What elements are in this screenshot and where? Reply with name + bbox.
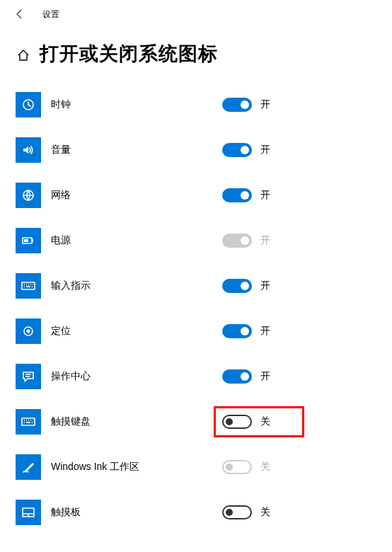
toggle-action-center[interactable] (222, 369, 252, 384)
toggle-state-label-windows-ink: 关 (260, 461, 270, 473)
toggle-touchpad[interactable] (222, 505, 252, 519)
toggle-state-label-clock: 开 (260, 98, 270, 111)
row-label-input: 输入指示 (51, 280, 392, 292)
row-label-volume: 音量 (51, 144, 392, 156)
row-label-power: 电源 (51, 234, 392, 247)
volume-icon (16, 137, 41, 163)
back-button[interactable] (13, 8, 27, 20)
toggle-wrap-action-center: 开 (222, 369, 270, 384)
settings-row-windows-ink: Windows Ink 工作区关 (0, 444, 392, 490)
app-name: 设置 (42, 8, 59, 21)
row-label-windows-ink: Windows Ink 工作区 (51, 461, 392, 473)
svg-point-7 (27, 330, 30, 333)
toggle-touch-keyboard[interactable] (222, 415, 252, 429)
settings-row-touchpad: 触摸板关 (0, 490, 392, 535)
page-title: 打开或关闭系统图标 (40, 41, 218, 67)
toggle-wrap-windows-ink: 关 (222, 460, 270, 474)
svg-rect-4 (24, 239, 28, 242)
row-label-touch-keyboard: 触摸键盘 (51, 415, 392, 428)
toggle-volume[interactable] (222, 143, 252, 157)
svg-rect-5 (22, 282, 35, 289)
home-button[interactable] (17, 49, 30, 62)
svg-rect-3 (32, 239, 33, 242)
toggle-wrap-touch-keyboard: 关 (222, 415, 270, 429)
window-header: 设置 (0, 0, 392, 28)
svg-rect-8 (22, 418, 35, 425)
settings-row-input: 输入指示开 (0, 263, 392, 309)
windows-ink-icon (16, 454, 41, 480)
toggle-state-label-location: 开 (260, 325, 270, 338)
toggle-clock[interactable] (222, 98, 252, 112)
toggle-wrap-location: 开 (222, 324, 270, 338)
toggle-wrap-input: 开 (222, 279, 270, 293)
toggle-windows-ink (222, 460, 252, 474)
settings-row-network: 网络开 (0, 173, 392, 218)
power-icon (16, 228, 41, 253)
toggle-power (222, 234, 252, 248)
clock-icon (16, 92, 41, 117)
arrow-left-icon (14, 8, 25, 20)
toggle-state-label-touchpad: 关 (260, 506, 270, 519)
toggle-state-label-network: 开 (260, 189, 270, 202)
touch-keyboard-icon (16, 409, 41, 435)
touchpad-icon (16, 500, 41, 525)
toggle-location[interactable] (222, 324, 252, 338)
settings-row-volume: 音量开 (0, 127, 392, 173)
action-center-icon (16, 364, 41, 389)
row-label-location: 定位 (51, 325, 392, 338)
toggle-wrap-network: 开 (222, 188, 270, 202)
toggle-state-label-volume: 开 (260, 144, 270, 156)
toggle-network[interactable] (222, 188, 252, 202)
settings-list: 时钟开音量开网络开电源开输入指示开定位开操作中心开触摸键盘关Windows In… (0, 82, 392, 535)
row-label-touchpad: 触摸板 (51, 506, 392, 519)
settings-row-power: 电源开 (0, 218, 392, 263)
home-icon (17, 49, 30, 62)
network-icon (16, 183, 41, 208)
row-label-action-center: 操作中心 (51, 370, 392, 383)
toggle-wrap-touchpad: 关 (222, 505, 270, 519)
settings-row-clock: 时钟开 (0, 82, 392, 127)
location-icon (16, 318, 41, 344)
title-row: 打开或关闭系统图标 (0, 41, 392, 67)
toggle-state-label-action-center: 开 (260, 370, 270, 383)
toggle-wrap-power: 开 (222, 234, 270, 248)
toggle-state-label-touch-keyboard: 关 (260, 415, 270, 428)
toggle-state-label-power: 开 (260, 234, 270, 247)
input-icon (16, 273, 41, 299)
row-label-clock: 时钟 (51, 98, 392, 111)
toggle-wrap-clock: 开 (222, 98, 270, 112)
row-label-network: 网络 (51, 189, 392, 202)
settings-row-touch-keyboard: 触摸键盘关 (0, 399, 392, 444)
toggle-state-label-input: 开 (260, 280, 270, 292)
settings-row-location: 定位开 (0, 309, 392, 354)
settings-row-action-center: 操作中心开 (0, 354, 392, 399)
toggle-wrap-volume: 开 (222, 143, 270, 157)
toggle-input[interactable] (222, 279, 252, 293)
